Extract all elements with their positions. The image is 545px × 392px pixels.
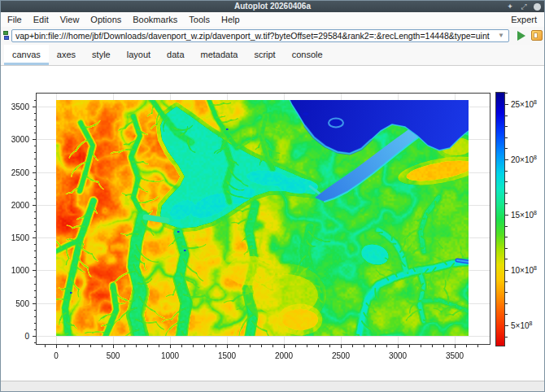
autoplot-window: Autoplot 20260406a ✦ ⤢ FileEditViewOptio… (0, 0, 545, 392)
y-axis-minor-tick (34, 297, 37, 298)
y-axis-major-tick (33, 139, 36, 140)
colorbar-minor-tick (505, 171, 508, 172)
colorbar-tick-label: 20×108 (511, 155, 537, 164)
y-axis-major-tick (33, 303, 36, 304)
colorbar-minor-tick (505, 292, 508, 293)
x-axis-minor-tick (364, 345, 364, 347)
y-axis-minor-tick (34, 126, 37, 127)
y-axis-minor-tick (34, 290, 37, 291)
x-axis-minor-tick (68, 345, 68, 347)
x-axis-minor-tick (204, 345, 205, 347)
colorbar-major-tick (505, 325, 508, 326)
colorbar-tick-label: 25×108 (511, 99, 537, 109)
x-axis-major-tick (56, 345, 57, 348)
colorbar-minor-tick (505, 248, 508, 249)
colorbar-major-tick (505, 270, 508, 271)
x-axis-major-tick (227, 345, 228, 348)
x-axis-minor-tick (432, 345, 433, 347)
x-tick-label: 0 (40, 351, 72, 360)
y-axis-major-tick (33, 270, 36, 271)
y-axis-major-tick (33, 205, 36, 206)
x-axis-minor-tick (216, 345, 216, 347)
colorbar-minor-tick (505, 237, 508, 237)
x-axis-minor-tick (307, 345, 307, 347)
x-axis-minor-tick (329, 345, 330, 347)
y-axis-minor-tick (34, 316, 37, 317)
x-tick-label: 1500 (211, 351, 243, 360)
y-axis-minor-tick (34, 284, 37, 285)
y-axis-major-tick (33, 237, 36, 238)
y-axis-major-tick (33, 107, 36, 107)
x-tick-label: 1000 (154, 351, 186, 360)
y-tick-label: 1500 (2, 233, 29, 242)
x-axis-minor-tick (193, 345, 194, 347)
y-axis-minor-tick (34, 192, 37, 193)
x-axis-minor-tick (466, 345, 467, 347)
x-axis-minor-tick (238, 345, 239, 347)
x-axis-minor-tick (409, 345, 410, 347)
y-axis-minor-tick (34, 159, 37, 159)
colorbar-minor-tick (505, 259, 508, 259)
colorbar-minor-tick (505, 93, 508, 94)
colorbar (495, 92, 505, 346)
y-axis-minor-tick (34, 179, 37, 180)
y-tick-label: 2500 (2, 168, 29, 177)
x-tick-label: 3000 (382, 351, 414, 360)
x-axis-minor-tick (124, 345, 125, 347)
y-tick-label: 1000 (2, 266, 29, 275)
colorbar-minor-tick (505, 281, 508, 282)
x-axis-minor-tick (147, 345, 148, 347)
y-axis-minor-tick (34, 198, 37, 199)
y-axis-minor-tick (34, 152, 37, 153)
colorbar-minor-tick (505, 203, 508, 204)
x-axis-minor-tick (443, 345, 444, 347)
elevation-heatmap-image[interactable] (56, 100, 469, 336)
colorbar-minor-tick (505, 314, 508, 315)
x-axis-minor-tick (386, 345, 387, 347)
x-axis-major-tick (341, 345, 342, 348)
x-axis-minor-tick (79, 345, 80, 347)
x-axis-minor-tick (159, 345, 159, 347)
x-axis-minor-tick (295, 345, 296, 347)
x-axis-major-tick (170, 345, 171, 348)
y-axis-major-tick (33, 336, 36, 337)
y-axis-minor-tick (34, 310, 37, 311)
x-tick-label: 500 (97, 351, 129, 360)
y-axis-minor-tick (34, 113, 37, 114)
colorbar-minor-tick (505, 148, 508, 149)
colorbar-minor-tick (505, 226, 508, 227)
colorbar-minor-tick (505, 337, 508, 338)
y-tick-label: 2000 (2, 201, 29, 210)
x-axis-major-tick (398, 345, 399, 348)
x-axis-minor-tick (318, 345, 319, 347)
y-axis-minor-tick (34, 329, 37, 330)
colorbar-tick-label: 15×108 (511, 210, 537, 220)
y-tick-label: 3000 (2, 135, 29, 144)
x-axis-minor-tick (102, 345, 102, 347)
plot-overlay: 0500100015002000250030003500050010001500… (1, 1, 544, 391)
x-axis-minor-tick (261, 345, 262, 347)
y-gridline (37, 336, 490, 337)
y-axis-minor-tick (34, 224, 37, 225)
y-axis-minor-tick (34, 218, 37, 219)
y-axis-minor-tick (34, 231, 37, 232)
status-bar (1, 381, 544, 392)
colorbar-minor-tick (505, 137, 508, 138)
y-tick-label: 500 (2, 299, 29, 308)
x-tick-label: 3500 (438, 351, 471, 360)
x-axis-minor-tick (272, 345, 273, 347)
x-axis-minor-tick (352, 345, 353, 347)
y-tick-label: 0 (2, 332, 29, 341)
x-tick-label: 2500 (325, 351, 357, 360)
y-axis-minor-tick (34, 250, 37, 251)
colorbar-major-tick (505, 215, 508, 216)
x-tick-label: 2000 (268, 351, 300, 360)
colorbar-major-tick (505, 159, 508, 160)
x-axis-minor-tick (477, 345, 478, 347)
x-axis-major-tick (113, 345, 114, 348)
colorbar-tick-label: 5×108 (511, 320, 532, 330)
x-axis-major-tick (455, 345, 456, 348)
y-axis-minor-tick (34, 244, 37, 245)
y-axis-minor-tick (34, 120, 37, 120)
y-axis-minor-tick (34, 323, 37, 324)
